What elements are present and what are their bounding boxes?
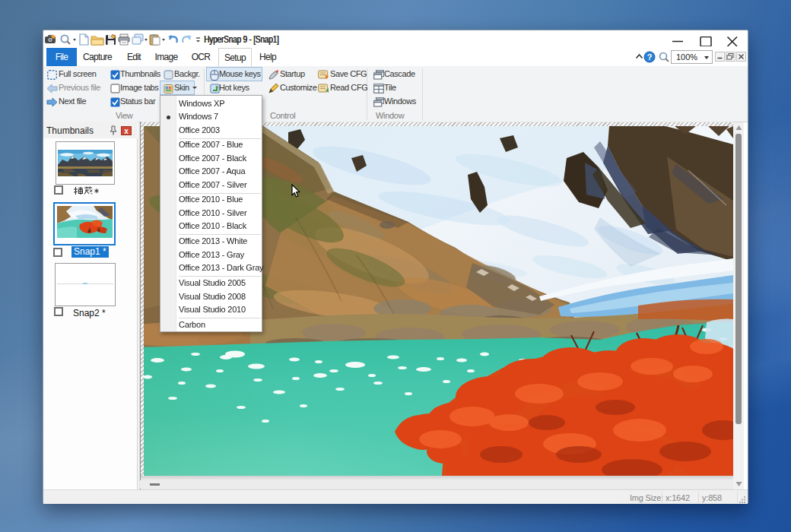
svg-text:?: ? — [647, 52, 653, 62]
